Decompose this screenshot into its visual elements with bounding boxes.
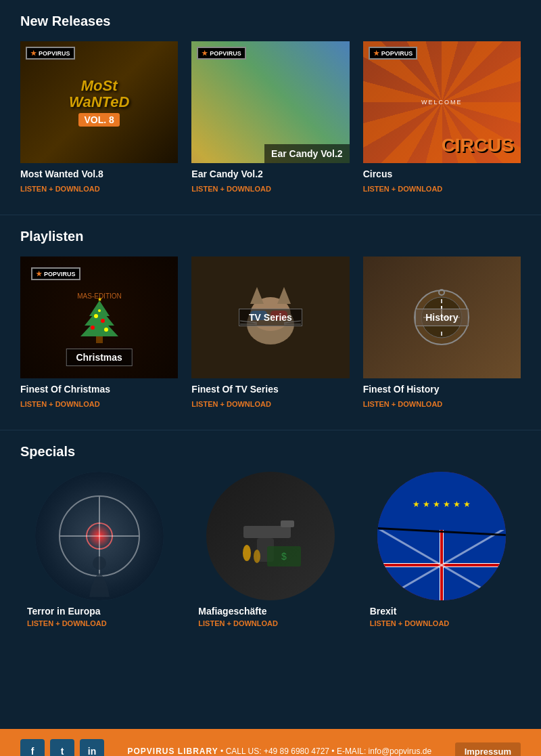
footer-email: E-MAIL: info@popvirus.de [337, 747, 431, 756]
mafia-card-title: Mafiageschäfte [191, 606, 349, 617]
specials-grid: Terror in Europa LISTEN + DOWNLOAD [20, 472, 521, 627]
gun-svg: $ [227, 492, 314, 580]
card-image-terror [35, 472, 164, 600]
specials-section: Specials Terror in Europa LISTEN + DOWNL… [0, 430, 541, 648]
svg-point-9 [98, 309, 101, 312]
crosshair-inner [86, 522, 113, 550]
impressum-button[interactable]: Impressum [455, 742, 521, 757]
card-image-history: History [363, 257, 521, 378]
ear-candy-overlay: Ear Candy Vol.2 [264, 144, 350, 163]
circus-title-text: CIRCUS [442, 135, 514, 156]
circus-card-title: Circus [363, 169, 521, 179]
card-image-christmas: MAS-EDITION ★ [20, 257, 178, 378]
footer: f t in POPVIRUS LIBRARY • CALL US: +49 8… [0, 729, 541, 756]
playlisten-title: Playlisten [20, 229, 521, 244]
most-wanted-card-title: Most Wanted Vol.8 [20, 169, 178, 179]
twitter-icon[interactable]: t [50, 739, 74, 756]
terror-link[interactable]: LISTEN + DOWNLOAD [20, 619, 178, 627]
linkedin-icon[interactable]: in [80, 739, 104, 756]
card-most-wanted[interactable]: ★ POPVIRUS MoSt WaNTeD VOL. 8 Most Wante… [20, 41, 178, 194]
new-releases-title: New Releases [20, 14, 521, 29]
christmas-card-title: Finest Of Christmas [20, 384, 178, 395]
svg-rect-4 [96, 336, 103, 343]
svg-point-7 [91, 326, 95, 330]
circus-link[interactable]: LISTEN + DOWNLOAD [363, 185, 443, 193]
svg-point-31 [93, 556, 106, 570]
svg-point-35 [243, 545, 251, 561]
star-icon-2: ★ [202, 49, 208, 57]
specials-title: Specials [20, 444, 521, 460]
popvirus-badge-1: ★ POPVIRUS [26, 47, 75, 60]
footer-contact: POPVIRUS LIBRARY • CALL US: +49 89 6980 … [118, 747, 442, 756]
star-icon: ★ [30, 49, 37, 57]
vol-badge: VOL. 8 [78, 113, 119, 127]
footer-separator-2: • [331, 747, 337, 756]
card-circus[interactable]: ★ POPVIRUS WELCOME CIRCUS Circus LISTEN … [363, 41, 521, 194]
card-image-ear-candy: ★ POPVIRUS Ear Candy Vol.2 [191, 41, 349, 163]
card-mafia[interactable]: $ Mafiageschäfte LISTEN + DOWNLOAD [191, 472, 349, 627]
tvseries-link[interactable]: LISTEN + DOWNLOAD [191, 400, 271, 408]
svg-point-8 [104, 328, 108, 332]
card-terror[interactable]: Terror in Europa LISTEN + DOWNLOAD [20, 472, 178, 627]
svg-rect-32 [243, 526, 291, 538]
svg-rect-33 [281, 520, 294, 527]
footer-separator-1: • [220, 747, 226, 756]
card-image-brexit: ★ ★ ★ ★ ★ ★ [377, 472, 506, 600]
facebook-icon[interactable]: f [20, 739, 45, 756]
history-card-title: Finest Of History [363, 384, 521, 395]
card-ear-candy[interactable]: ★ POPVIRUS Ear Candy Vol.2 Ear Candy Vol… [191, 41, 349, 194]
popvirus-badge-3: ★ POPVIRUS [369, 47, 418, 60]
ear-candy-card-title: Ear Candy Vol.2 [191, 169, 349, 179]
most-wanted-link[interactable]: LISTEN + DOWNLOAD [20, 185, 100, 193]
new-releases-grid: ★ POPVIRUS MoSt WaNTeD VOL. 8 Most Wante… [20, 41, 521, 194]
svg-point-5 [94, 314, 98, 318]
playlisten-section: Playlisten MAS-EDITION [0, 215, 541, 430]
person-silhouette [72, 546, 126, 600]
history-link[interactable]: LISTEN + DOWNLOAD [363, 400, 443, 408]
most-wanted-text: MoSt WaNTeD [69, 78, 129, 110]
svg-point-6 [101, 319, 105, 323]
svg-text:$: $ [281, 551, 287, 562]
svg-marker-3 [80, 316, 118, 336]
christmas-label: Christmas [66, 349, 132, 366]
christmas-tree-svg: MAS-EDITION ★ [72, 290, 126, 344]
footer-call: CALL US: +49 89 6980 4727 [226, 747, 329, 756]
card-image-tvseries: TV Series [191, 257, 349, 378]
svg-marker-13 [250, 287, 264, 304]
terror-card-title: Terror in Europa [20, 606, 178, 617]
card-brexit[interactable]: ★ ★ ★ ★ ★ ★ [363, 472, 521, 627]
svg-marker-14 [277, 287, 291, 304]
card-image-mafia: $ [206, 472, 335, 600]
tvseries-card-title: Finest Of TV Series [191, 384, 349, 395]
popvirus-badge-2: ★ POPVIRUS [197, 47, 246, 60]
footer-brand: POPVIRUS LIBRARY [128, 747, 218, 756]
brexit-link[interactable]: LISTEN + DOWNLOAD [363, 619, 521, 627]
card-image-most-wanted: ★ POPVIRUS MoSt WaNTeD VOL. 8 [20, 41, 178, 163]
svg-point-36 [254, 550, 260, 563]
mafia-link[interactable]: LISTEN + DOWNLOAD [191, 619, 349, 627]
ear-candy-link[interactable]: LISTEN + DOWNLOAD [191, 185, 271, 193]
spacer [0, 648, 541, 688]
circus-title-block: CIRCUS [442, 135, 514, 156]
new-releases-section: New Releases ★ POPVIRUS MoSt WaNTeD VOL.… [0, 0, 541, 215]
circus-center: WELCOME [421, 99, 463, 106]
svg-text:★: ★ [97, 296, 101, 303]
card-tvseries[interactable]: TV Series Finest Of TV Series LISTEN + D… [191, 257, 349, 409]
history-label: History [415, 309, 468, 326]
playlisten-grid: MAS-EDITION ★ [20, 257, 521, 409]
circus-welcome-text: WELCOME [421, 99, 463, 106]
brexit-card-title: Brexit [363, 606, 521, 617]
card-christmas[interactable]: MAS-EDITION ★ [20, 257, 178, 409]
christmas-link[interactable]: LISTEN + DOWNLOAD [20, 400, 100, 408]
star-icon-3: ★ [373, 49, 379, 57]
footer-social: f t in [20, 739, 104, 756]
card-history[interactable]: History Finest Of History LISTEN + DOWNL… [363, 257, 521, 409]
card-image-circus: ★ POPVIRUS WELCOME CIRCUS [363, 41, 521, 163]
tvseries-label: TV Series [239, 309, 302, 326]
